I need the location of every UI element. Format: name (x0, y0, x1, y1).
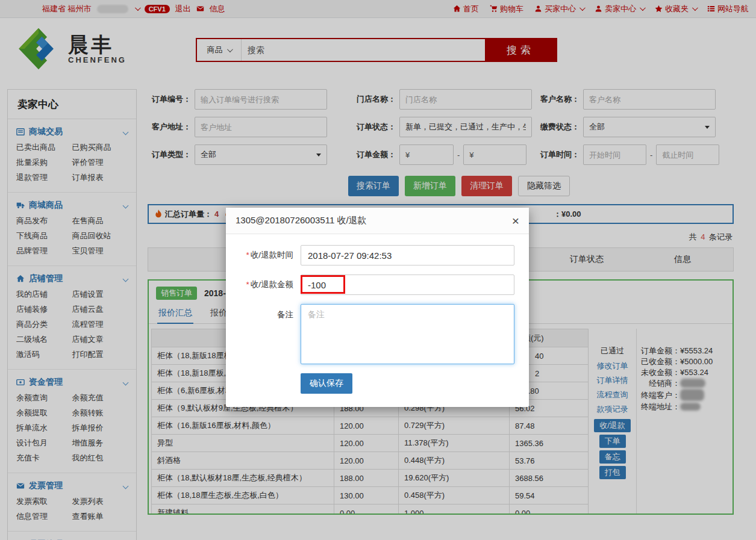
required-mark: * (246, 250, 249, 259)
close-icon[interactable]: × (512, 216, 519, 226)
refund-amount-input[interactable] (301, 275, 514, 295)
modal-title: 1305@20180726003511 收/退款 (236, 215, 367, 226)
note-textarea[interactable] (301, 304, 514, 364)
refund-time-input[interactable] (301, 245, 514, 265)
refund-amount-label: 收/退款金额 (251, 280, 293, 289)
refund-time-label: 收/退款时间 (251, 250, 293, 259)
note-label: 备注 (277, 310, 293, 319)
required-mark: * (246, 280, 249, 289)
confirm-save-button[interactable]: 确认保存 (301, 373, 352, 394)
refund-modal: 1305@20180726003511 收/退款 × *收/退款时间 *收/退款… (226, 208, 529, 407)
